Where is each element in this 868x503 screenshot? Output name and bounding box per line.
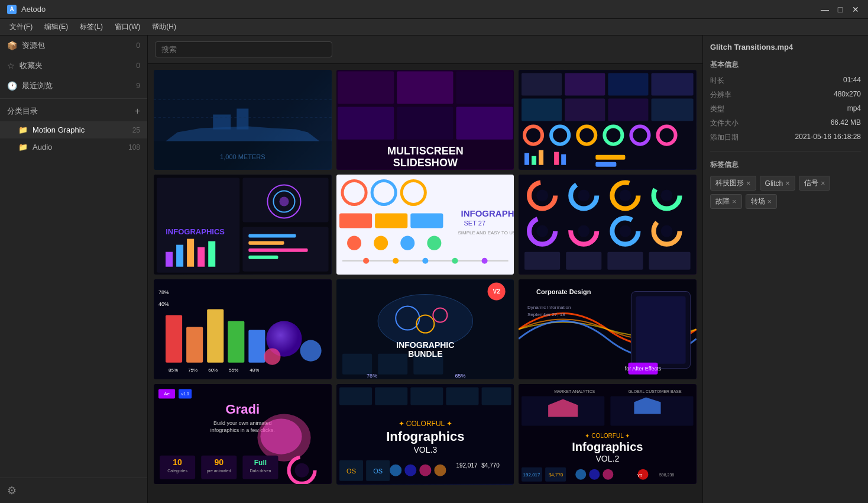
cat-label-motion-graphic: Motion Graphic xyxy=(33,125,85,134)
sidebar-divider xyxy=(0,98,147,99)
svg-rect-11 xyxy=(456,71,513,104)
menu-help[interactable]: 帮助(H) xyxy=(147,21,181,33)
grid-item-11[interactable]: ✦ COLORFUL ✦ Infographics VOL.3 OS xyxy=(336,384,514,484)
svg-rect-45 xyxy=(187,239,194,267)
info-row-date: 添加日期 2021-05-16 16:18:28 xyxy=(710,133,861,143)
cat-count-motion-graphic: 25 xyxy=(132,126,140,134)
svg-text:Full: Full xyxy=(254,459,267,467)
menu-file[interactable]: 文件(F) xyxy=(5,21,37,33)
sidebar-item-assets[interactable]: 📦 资源包 0 xyxy=(0,36,147,56)
svg-point-188 xyxy=(590,469,600,480)
svg-rect-10 xyxy=(397,71,453,104)
svg-rect-43 xyxy=(166,252,173,267)
sidebar-item-favorites[interactable]: ☆ 收藏夹 0 xyxy=(0,56,147,76)
svg-point-187 xyxy=(576,469,587,480)
svg-text:v1.0: v1.0 xyxy=(181,392,189,396)
grid-item-9[interactable]: Corporate Design for After Effects Dynam… xyxy=(519,279,697,379)
svg-rect-23 xyxy=(565,98,605,121)
grid-item-12[interactable]: MARKET ANALYTICS GLOBAL CUSTOMER BASE ✦ … xyxy=(519,384,697,484)
svg-rect-47 xyxy=(208,241,215,267)
grid-item-4[interactable]: INFOGRAPHICS xyxy=(154,175,332,275)
svg-rect-85 xyxy=(524,252,560,270)
resolution-val: 480x270 xyxy=(834,90,861,100)
svg-rect-103 xyxy=(228,321,244,363)
svg-point-167 xyxy=(390,465,401,476)
svg-text:75%: 75% xyxy=(188,367,197,373)
maximize-button[interactable]: □ xyxy=(835,4,846,15)
sidebar-item-recent[interactable]: 🕐 最近浏览 9 xyxy=(0,76,147,96)
minimize-button[interactable]: — xyxy=(820,4,830,15)
tag-close-0[interactable]: × xyxy=(746,179,751,187)
svg-text:Data driven: Data driven xyxy=(250,469,271,473)
menu-window[interactable]: 窗口(W) xyxy=(110,21,145,33)
svg-text:YT: YT xyxy=(637,473,643,478)
svg-point-95 xyxy=(620,225,631,237)
svg-rect-104 xyxy=(248,330,265,363)
tag-label-3: 故障 xyxy=(715,196,730,207)
titlebar-controls[interactable]: — □ ✕ xyxy=(820,4,861,15)
svg-text:SIMPLE AND EASY TO USE: SIMPLE AND EASY TO USE xyxy=(458,230,514,236)
content-toolbar xyxy=(148,36,702,64)
svg-text:Infographics: Infographics xyxy=(572,440,643,453)
tag-label-2: 信号 xyxy=(804,178,818,188)
grid-item-5[interactable]: INFOGRAPHICS SET 27 SIMPLE AND EASY TO U… xyxy=(336,175,514,275)
svg-text:1,000 METERS: 1,000 METERS xyxy=(220,153,265,160)
svg-text:pre animated: pre animated xyxy=(207,469,231,473)
svg-text:78%: 78% xyxy=(158,290,169,296)
svg-text:85%: 85% xyxy=(169,367,178,373)
svg-rect-101 xyxy=(186,327,203,363)
tag-close-3[interactable]: × xyxy=(732,198,737,205)
sidebar-item-audio[interactable]: 📁 Audio 108 xyxy=(0,138,147,156)
svg-point-144 xyxy=(260,419,302,454)
tag-close-4[interactable]: × xyxy=(767,198,772,205)
svg-text:Infographics: Infographics xyxy=(386,429,464,444)
svg-point-65 xyxy=(400,236,414,250)
tag-close-2[interactable]: × xyxy=(821,179,825,187)
add-category-icon[interactable]: + xyxy=(135,106,140,117)
svg-rect-37 xyxy=(596,155,626,160)
svg-rect-32 xyxy=(524,153,529,165)
svg-rect-87 xyxy=(608,252,643,270)
svg-text:for After Effects: for After Effects xyxy=(625,366,662,372)
svg-text:90: 90 xyxy=(214,457,224,467)
svg-point-189 xyxy=(603,469,614,480)
date-val: 2021-05-16 16:18:28 xyxy=(795,133,861,143)
content-area: 1,000 METERS xyxy=(148,36,702,503)
titlebar-left: A Aetodo xyxy=(7,5,46,14)
sidebar-category-header[interactable]: 分类目录 + xyxy=(0,101,147,121)
svg-text:40%: 40% xyxy=(158,302,169,308)
svg-text:SLIDESHOW: SLIDESHOW xyxy=(393,157,457,169)
svg-rect-46 xyxy=(197,247,205,267)
svg-text:✦ COLORFUL ✦: ✦ COLORFUL ✦ xyxy=(398,420,452,428)
svg-text:Categories: Categories xyxy=(167,469,187,473)
menu-tags[interactable]: 标签(L) xyxy=(75,21,108,33)
recent-count: 9 xyxy=(136,82,140,90)
tag-close-1[interactable]: × xyxy=(785,179,790,187)
grid-item-3[interactable] xyxy=(519,70,697,170)
favorites-count: 0 xyxy=(136,62,140,70)
svg-text:V2: V2 xyxy=(493,289,500,295)
menu-edit[interactable]: 编辑(E) xyxy=(40,21,73,33)
search-input[interactable] xyxy=(155,41,332,57)
settings-button[interactable]: ⚙ xyxy=(7,484,17,497)
cat-count-audio: 108 xyxy=(128,143,140,151)
tag-label-0: 科技图形 xyxy=(715,178,744,188)
date-key: 添加日期 xyxy=(710,133,739,143)
tag-item-3: 故障 × xyxy=(710,194,742,209)
close-button[interactable]: ✕ xyxy=(850,4,861,15)
grid-item-7[interactable]: 78% 40% 85% 75% 60% 55% 48% xyxy=(154,279,332,379)
grid-item-2[interactable]: MULTISCREEN SLIDESHOW xyxy=(336,70,514,170)
svg-point-64 xyxy=(374,236,388,250)
sidebar-item-motion-graphic[interactable]: 📁 Motion Graphic 25 xyxy=(0,121,147,138)
svg-rect-157 xyxy=(339,388,372,405)
resolution-key: 分辨率 xyxy=(710,90,731,100)
svg-rect-36 xyxy=(561,154,566,165)
grid-item-6[interactable] xyxy=(519,175,697,275)
svg-point-71 xyxy=(363,258,369,264)
svg-point-93 xyxy=(536,225,548,237)
grid-item-8[interactable]: V2 INFOGRAPHIC BUNDLE xyxy=(336,279,514,379)
svg-rect-18 xyxy=(522,73,562,95)
grid-item-1[interactable]: 1,000 METERS xyxy=(154,70,332,170)
svg-text:Dynamic Information: Dynamic Information xyxy=(527,305,571,311)
grid-item-10[interactable]: Ae v1.0 Gradi Build your own animated in… xyxy=(154,384,332,484)
